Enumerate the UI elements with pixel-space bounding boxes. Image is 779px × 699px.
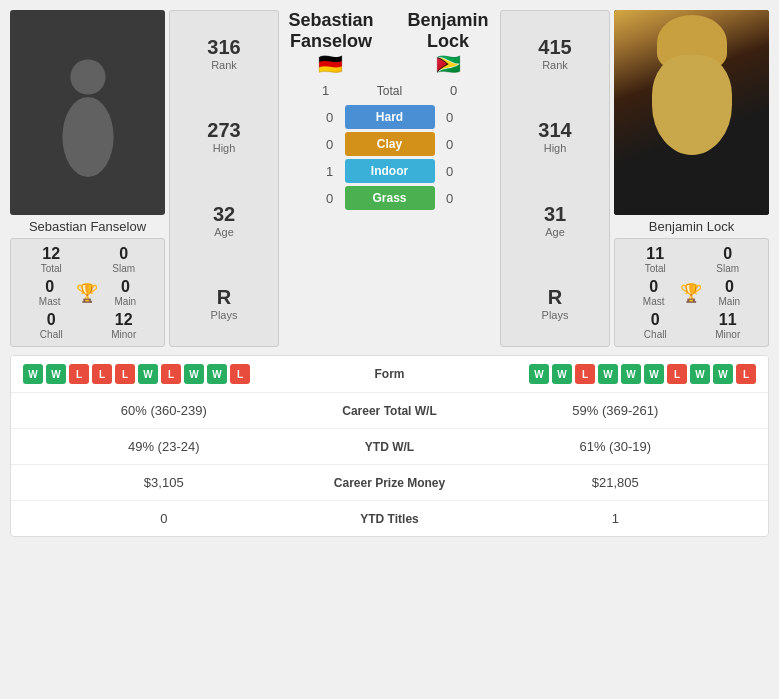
indoor-surface-btn[interactable]: Indoor [345, 159, 435, 183]
left-mast-stat: 0 Mast [39, 278, 61, 307]
form-badge-w: W [644, 364, 664, 384]
form-badge-w: W [713, 364, 733, 384]
hard-surface-btn[interactable]: Hard [345, 105, 435, 129]
left-player-block: Sebastian Fanselow 12 Total 0 Slam 0 [10, 10, 165, 347]
right-bottom-grid: 0 Chall 11 Minor [623, 311, 760, 340]
ytd-titles-row: 0 YTD Titles 1 [11, 501, 768, 536]
right-slam-stat: 0 Slam [696, 245, 761, 274]
svg-point-0 [70, 59, 105, 94]
right-age-stat: 31 Age [544, 203, 566, 238]
form-badge-l: L [736, 364, 756, 384]
form-badge-l: L [667, 364, 687, 384]
form-badge-l: L [92, 364, 112, 384]
indoor-score-right: 0 [441, 164, 459, 179]
left-slam-stat: 0 Slam [92, 245, 157, 274]
right-trophy-icon: 🏆 [680, 282, 702, 304]
left-bottom-grid: 0 Chall 12 Minor [19, 311, 156, 340]
left-player-name-below: Sebastian Fanselow [10, 219, 165, 234]
clay-surface-btn[interactable]: Clay [345, 132, 435, 156]
grass-score-right: 0 [441, 191, 459, 206]
right-stats-below: 11 Total 0 Slam 0 Mast 🏆 0 [614, 238, 769, 347]
form-row: WWLLLWLWWL Form WWLWWWLWWL [11, 356, 768, 393]
left-minor-stat: 12 Minor [92, 311, 157, 340]
form-badge-l: L [575, 364, 595, 384]
hard-score-left: 0 [321, 110, 339, 125]
left-form-badges: WWLLLWLWWL [23, 364, 305, 384]
surface-row-hard: 0 Hard 0 [283, 105, 496, 129]
form-badge-w: W [598, 364, 618, 384]
left-main-stat: 0 Main [114, 278, 136, 307]
right-mast-stat: 0 Mast [643, 278, 665, 307]
left-rank-stat: 316 Rank [207, 36, 240, 71]
form-badge-l: L [230, 364, 250, 384]
grass-score-left: 0 [321, 191, 339, 206]
indoor-score-left: 1 [321, 164, 339, 179]
silhouette-icon [48, 48, 128, 178]
surface-row-grass: 0 Grass 0 [283, 186, 496, 210]
left-stats-below: 12 Total 0 Slam 0 Mast 🏆 0 [10, 238, 165, 347]
right-plays-stat: R Plays [542, 286, 569, 321]
right-form-badges: WWLWWWLWWL [475, 364, 757, 384]
form-badge-l: L [69, 364, 89, 384]
left-age-stat: 32 Age [213, 203, 235, 238]
left-name-box: Sebastian Fanselow 🇩🇪 [283, 10, 379, 76]
right-main-stat: 0 Main [718, 278, 740, 307]
left-ytd-wl: 49% (23-24) [23, 439, 305, 454]
form-label: Form [305, 367, 475, 381]
center-names-row: Sebastian Fanselow 🇩🇪 Benjamin Lock 🇬🇾 [283, 10, 496, 76]
form-badge-l: L [115, 364, 135, 384]
right-name-box: Benjamin Lock 🇬🇾 [400, 10, 496, 76]
surface-row-clay: 0 Clay 0 [283, 132, 496, 156]
form-badge-w: W [138, 364, 158, 384]
right-total-stat: 11 Total [623, 245, 688, 274]
bottom-table: WWLLLWLWWL Form WWLWWWLWWL 60% (360-239)… [10, 355, 769, 537]
right-player-name-below: Benjamin Lock [614, 219, 769, 234]
right-minor-stat: 11 Minor [696, 311, 761, 340]
right-high-stat: 314 High [538, 119, 571, 154]
form-badge-w: W [207, 364, 227, 384]
left-ytd-titles: 0 [23, 511, 305, 526]
form-badge-w: W [46, 364, 66, 384]
form-badge-w: W [552, 364, 572, 384]
clay-score-left: 0 [321, 137, 339, 152]
left-prize: $3,105 [23, 475, 305, 490]
form-badge-w: W [621, 364, 641, 384]
right-stats-grid: 11 Total 0 Slam [623, 245, 760, 274]
left-chall-stat: 0 Chall [19, 311, 84, 340]
right-trophy-row: 0 Mast 🏆 0 Main [623, 274, 760, 311]
ytd-wl-row: 49% (23-24) YTD W/L 61% (30-19) [11, 429, 768, 465]
ytd-wl-label: YTD W/L [305, 440, 475, 454]
career-wl-label: Career Total W/L [305, 404, 475, 418]
left-total-stat: 12 Total [19, 245, 84, 274]
right-player-block: Benjamin Lock 11 Total 0 Slam 0 [614, 10, 769, 347]
form-badge-w: W [690, 364, 710, 384]
right-rank-stat: 415 Rank [538, 36, 571, 71]
svg-point-1 [62, 97, 113, 177]
left-career-wl: 60% (360-239) [23, 403, 305, 418]
hard-score-right: 0 [441, 110, 459, 125]
right-center-stats: 415 Rank 314 High 31 Age R Plays [500, 10, 610, 347]
left-center-stats: 316 Rank 273 High 32 Age R Plays [169, 10, 279, 347]
total-score-left: 1 [317, 83, 335, 98]
right-photo-inner [614, 10, 769, 215]
grass-surface-btn[interactable]: Grass [345, 186, 435, 210]
left-trophy-row: 0 Mast 🏆 0 Main [19, 274, 156, 311]
right-chall-stat: 0 Chall [623, 311, 688, 340]
right-ytd-titles: 1 [475, 511, 757, 526]
form-badge-w: W [184, 364, 204, 384]
right-prize: $21,805 [475, 475, 757, 490]
left-player-photo [10, 10, 165, 215]
left-trophy-icon: 🏆 [76, 282, 98, 304]
form-badge-l: L [161, 364, 181, 384]
left-high-stat: 273 High [207, 119, 240, 154]
main-container: Sebastian Fanselow 12 Total 0 Slam 0 [0, 0, 779, 547]
prize-row: $3,105 Career Prize Money $21,805 [11, 465, 768, 501]
left-plays-stat: R Plays [211, 286, 238, 321]
top-section: Sebastian Fanselow 12 Total 0 Slam 0 [10, 10, 769, 347]
clay-score-right: 0 [441, 137, 459, 152]
prize-label: Career Prize Money [305, 476, 475, 490]
form-badge-w: W [23, 364, 43, 384]
form-badge-w: W [529, 364, 549, 384]
total-label: Total [345, 84, 435, 98]
right-ytd-wl: 61% (30-19) [475, 439, 757, 454]
